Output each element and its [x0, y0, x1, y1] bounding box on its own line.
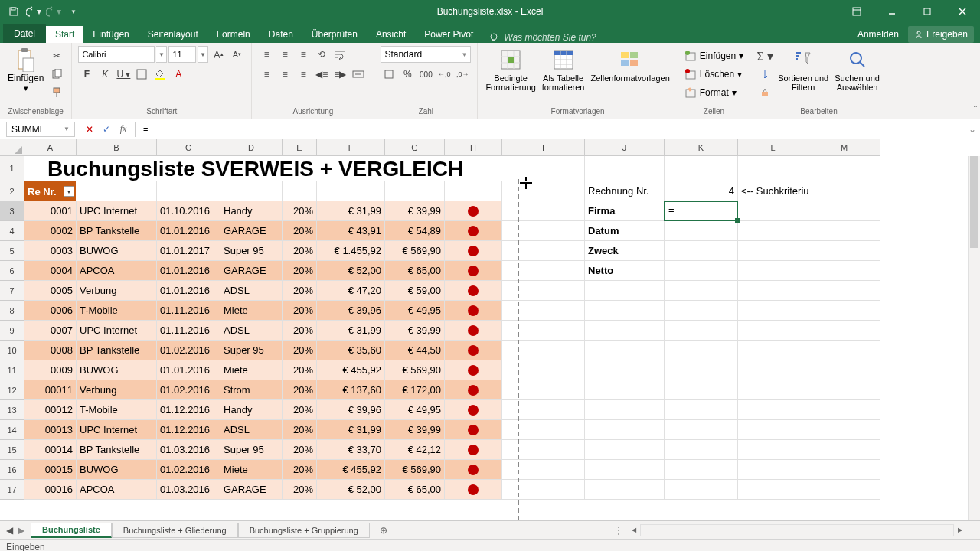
cell[interactable]: 0008 [24, 341, 77, 360]
cell[interactable] [502, 301, 585, 321]
row-header[interactable]: 9 [0, 321, 24, 341]
cell[interactable] [808, 360, 880, 380]
tab-power-pivot[interactable]: Power Pivot [415, 26, 482, 43]
align-bottom-icon[interactable]: ≡ [295, 46, 312, 63]
sign-in-link[interactable]: Anmelden [858, 29, 899, 40]
cell[interactable]: € 39,99 [385, 420, 445, 440]
cell[interactable] [665, 360, 738, 380]
cell[interactable]: Firma [585, 201, 665, 221]
cell[interactable]: BUWOG [77, 241, 157, 261]
cell[interactable]: 20% [283, 400, 317, 420]
cell[interactable]: 20% [283, 420, 317, 440]
cell[interactable]: 20% [283, 440, 317, 460]
cell[interactable]: 0006 [24, 301, 77, 321]
cell[interactable] [665, 221, 738, 241]
column-header[interactable]: M [808, 139, 880, 156]
sheet-tab-1[interactable]: Buchungsliste [31, 523, 112, 538]
cell[interactable] [502, 480, 585, 500]
cell[interactable] [665, 400, 738, 420]
decrease-indent-icon[interactable]: ◀≡ [313, 66, 330, 83]
cell[interactable]: € 39,99 [385, 321, 445, 341]
cell[interactable]: € 31,99 [317, 321, 385, 341]
tab-data[interactable]: Daten [260, 26, 302, 43]
cell[interactable]: Datum [585, 221, 665, 241]
enter-formula-icon[interactable]: ✓ [98, 122, 115, 137]
cell[interactable]: Super 95 [220, 440, 283, 460]
tab-formulas[interactable]: Formeln [207, 26, 260, 43]
cell[interactable]: € 33,70 [317, 440, 385, 460]
cell[interactable] [502, 440, 585, 460]
column-header[interactable]: G [385, 139, 445, 156]
delete-cells-button[interactable]: Löschen ▾ [684, 66, 743, 83]
underline-icon[interactable]: U ▾ [115, 66, 132, 83]
cell[interactable]: ADSL [220, 420, 283, 440]
cell[interactable] [665, 321, 738, 341]
cell[interactable] [808, 400, 880, 420]
cell[interactable] [738, 440, 808, 460]
cell[interactable]: 01.03.2016 [157, 440, 220, 460]
expand-formula-bar-icon[interactable]: ⌄ [965, 124, 980, 135]
cell[interactable] [665, 480, 738, 500]
wrap-text-icon[interactable] [332, 46, 348, 63]
paste-button[interactable]: Einfügen▾ [6, 46, 45, 94]
format-cells-button[interactable]: Format ▾ [684, 84, 743, 101]
sheet-nav[interactable]: ◀▶ [0, 525, 31, 536]
cell[interactable]: UPC Internet [77, 321, 157, 341]
tab-file[interactable]: Datei [3, 24, 46, 43]
cell[interactable] [445, 460, 502, 480]
increase-indent-icon[interactable]: ≡▶ [332, 66, 348, 83]
cut-icon[interactable]: ✂ [48, 47, 65, 64]
column-header[interactable]: B [77, 139, 157, 156]
cell[interactable]: T-Mobile [77, 301, 157, 321]
column-header[interactable]: H [445, 139, 502, 156]
cell[interactable] [502, 181, 585, 201]
cell[interactable] [283, 181, 317, 201]
cell[interactable] [502, 241, 585, 261]
cell[interactable]: 0007 [24, 321, 77, 341]
cell[interactable]: 20% [283, 360, 317, 380]
row-header[interactable]: 15 [0, 440, 24, 460]
cell[interactable] [445, 201, 502, 221]
grow-font-icon[interactable]: A▴ [210, 46, 227, 63]
column-header[interactable]: K [665, 139, 738, 156]
cell[interactable]: GARAGE [220, 221, 283, 241]
cell[interactable]: 01.01.2016 [157, 261, 220, 281]
italic-icon[interactable]: K [96, 66, 113, 83]
cell[interactable] [445, 241, 502, 261]
cell[interactable]: 00015 [24, 460, 77, 480]
cell[interactable]: GARAGE [220, 480, 283, 500]
cell[interactable]: 01.02.2016 [157, 460, 220, 480]
sort-filter-button[interactable]: Sortieren und Filtern [776, 46, 830, 93]
cell[interactable]: € 49,95 [385, 400, 445, 420]
align-top-icon[interactable]: ≡ [258, 46, 275, 63]
row-header[interactable]: 14 [0, 420, 24, 440]
cancel-formula-icon[interactable]: ✕ [81, 122, 98, 137]
cell[interactable]: 01.01.2016 [157, 221, 220, 241]
row-header[interactable]: 4 [0, 221, 24, 241]
cell[interactable] [808, 156, 880, 181]
cell[interactable] [808, 221, 880, 241]
cell[interactable] [445, 261, 502, 281]
cell[interactable]: 01.01.2016 [157, 360, 220, 380]
cell[interactable]: 20% [283, 380, 317, 400]
cell[interactable] [445, 321, 502, 341]
cell[interactable] [585, 360, 665, 380]
cell[interactable] [585, 420, 665, 440]
cell[interactable]: 20% [283, 241, 317, 261]
column-header[interactable]: D [220, 139, 283, 156]
save-icon[interactable] [5, 2, 23, 21]
cell[interactable] [665, 156, 738, 181]
cell[interactable] [738, 201, 808, 221]
undo-icon[interactable]: ▾ [24, 2, 43, 21]
share-button[interactable]: Freigeben [908, 26, 974, 43]
cell[interactable] [502, 360, 585, 380]
shrink-font-icon[interactable]: A▾ [228, 46, 245, 63]
tab-view[interactable]: Ansicht [367, 26, 415, 43]
cell[interactable]: Super 95 [220, 341, 283, 360]
cell[interactable] [317, 181, 385, 201]
row-header[interactable]: 12 [0, 380, 24, 400]
cell[interactable]: 20% [283, 201, 317, 221]
cell[interactable]: 01.03.2016 [157, 480, 220, 500]
column-header[interactable]: E [283, 139, 317, 156]
row-header[interactable]: 13 [0, 400, 24, 420]
